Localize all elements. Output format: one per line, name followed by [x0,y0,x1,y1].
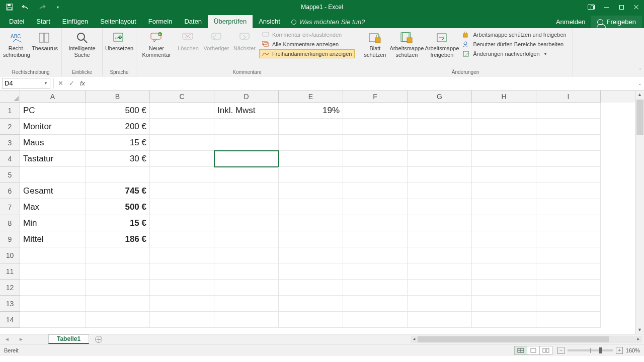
view-page-layout-icon[interactable] [527,346,540,355]
formula-input[interactable] [88,78,636,89]
cell[interactable] [150,199,214,215]
cell[interactable] [408,167,472,183]
cell[interactable] [408,119,472,135]
cell[interactable] [279,231,343,247]
protect-workbook-button[interactable]: Arbeitsmappe schützen [389,29,424,58]
column-header[interactable]: F [343,90,408,103]
cell[interactable] [20,247,86,263]
smart-lookup-button[interactable]: Intelligente Suche [65,29,99,58]
cell[interactable] [279,199,343,215]
column-header[interactable]: I [536,90,601,103]
tab-view[interactable]: Ansicht [253,15,286,28]
cell[interactable] [150,231,214,247]
cell[interactable] [20,296,86,312]
cell[interactable]: 30 € [86,151,150,167]
row-header[interactable]: 1 [0,103,20,119]
cell[interactable] [536,135,601,151]
cell[interactable] [343,312,408,328]
cell[interactable]: 745 € [86,183,150,199]
ribbon-display-icon[interactable] [584,0,599,14]
cell[interactable] [536,280,601,296]
chevron-down-icon[interactable]: ▼ [44,81,48,85]
protect-share-button[interactable]: Arbeitsmappe schützen und freigeben [460,30,569,39]
cell[interactable]: 15 € [86,135,150,151]
track-changes-button[interactable]: Änderungen nachverfolgen▾ [460,49,569,58]
cell[interactable] [150,167,214,183]
cell[interactable] [279,167,343,183]
new-comment-button[interactable]: + Neuer Kommentar [139,29,174,58]
minimize-icon[interactable] [599,0,614,14]
cell[interactable] [536,199,601,215]
cell[interactable] [150,280,214,296]
cell[interactable] [214,280,279,296]
row-header[interactable]: 5 [0,167,20,183]
expand-formula-bar-icon[interactable]: ⌄ [636,81,644,86]
row-header[interactable]: 10 [0,247,20,263]
cell[interactable] [472,199,536,215]
translate-button[interactable]: a� Übersetzen [106,29,133,52]
cell[interactable] [536,151,601,167]
cell[interactable]: Gesamt [20,183,86,199]
cell[interactable] [343,183,408,199]
scroll-down-icon[interactable]: ▼ [635,326,644,334]
cell[interactable] [279,119,343,135]
cell[interactable] [279,183,343,199]
cell[interactable] [214,119,279,135]
cell[interactable] [214,263,279,280]
column-header[interactable]: D [214,90,279,103]
cell[interactable]: 15 € [86,215,150,231]
cell[interactable] [20,312,86,328]
cell[interactable] [279,247,343,263]
cell[interactable] [86,167,150,183]
row-header[interactable]: 3 [0,135,20,151]
cell[interactable] [214,135,279,151]
cell[interactable] [86,296,150,312]
cell[interactable]: 19% [279,103,343,119]
cell[interactable] [214,199,279,215]
cell[interactable] [279,215,343,231]
row-header[interactable]: 12 [0,280,20,296]
share-workbook-button[interactable]: Arbeitsmappe freigeben [425,29,459,58]
cell[interactable] [536,231,601,247]
cell[interactable] [472,247,536,263]
tab-file[interactable]: Datei [3,15,30,28]
scroll-right-icon[interactable]: ► [635,337,642,341]
cell[interactable] [472,119,536,135]
row-header[interactable]: 6 [0,183,20,199]
row-header[interactable]: 8 [0,215,20,231]
close-icon[interactable] [629,0,644,14]
cell[interactable] [214,215,279,231]
cell[interactable] [408,263,472,280]
cell[interactable]: 186 € [86,231,150,247]
column-header[interactable]: C [150,90,214,103]
cell[interactable] [536,183,601,199]
column-header[interactable]: A [20,90,86,103]
name-box[interactable]: D4▼ [2,78,50,89]
cell[interactable] [408,199,472,215]
cell[interactable] [536,296,601,312]
cell[interactable] [472,103,536,119]
cell[interactable] [150,119,214,135]
sheet-tab[interactable]: Tabelle1 [48,334,89,344]
select-all-corner[interactable] [0,90,20,103]
cell[interactable] [343,151,408,167]
cell[interactable] [408,215,472,231]
cell[interactable] [408,247,472,263]
hscroll-thumb[interactable] [418,336,609,342]
cell[interactable] [86,280,150,296]
cell[interactable] [343,263,408,280]
cell[interactable] [279,135,343,151]
cell[interactable] [279,280,343,296]
cell[interactable]: PC [20,103,86,119]
cell[interactable] [343,296,408,312]
cell[interactable] [472,280,536,296]
zoom-in-button[interactable]: + [616,347,623,354]
column-header[interactable]: H [472,90,536,103]
show-ink-button[interactable]: Freihandanmerkungen anzeigen [259,49,355,58]
cell[interactable] [20,263,86,280]
tab-review[interactable]: Überprüfen [208,15,253,28]
scroll-up-icon[interactable]: ▲ [635,90,644,99]
cell[interactable] [536,263,601,280]
cell[interactable] [214,183,279,199]
scroll-thumb[interactable] [636,100,643,135]
